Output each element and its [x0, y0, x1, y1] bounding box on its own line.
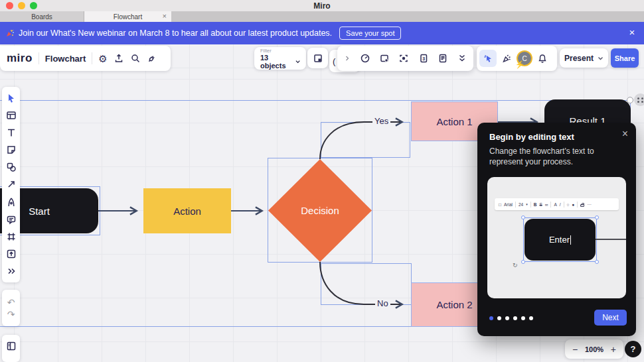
bold-icon: B: [534, 202, 537, 207]
more-tools-chevrons-icon[interactable]: [6, 266, 17, 276]
settings-gear-icon[interactable]: ⚙: [98, 54, 107, 64]
next-button[interactable]: Next: [594, 310, 627, 326]
tooltip-body: Change the flowchart's text to represent…: [489, 146, 619, 167]
zoom-level[interactable]: 100%: [585, 345, 604, 353]
redo-icon[interactable]: ↷: [7, 310, 15, 319]
facilitation-toolbar: 3: [337, 46, 473, 71]
selection-corner-handle[interactable]: [627, 97, 633, 103]
upload-tool[interactable]: [6, 249, 17, 259]
side-panel-icon: [6, 341, 17, 351]
text-color-icon: A: [554, 202, 556, 207]
tooltip-close-icon[interactable]: ×: [622, 128, 628, 140]
stepper-icon: ▾: [526, 202, 528, 206]
shapes-tool[interactable]: [6, 162, 17, 172]
select-cursor-tool[interactable]: [6, 93, 17, 103]
node-label: Action 2: [436, 299, 472, 310]
pagination-dot: [513, 316, 517, 320]
party-popper-icon: [5, 29, 15, 38]
pagination-dot: [529, 316, 533, 320]
search-icon[interactable]: [130, 53, 141, 64]
rotate-handle-icon: ↻: [513, 262, 518, 269]
filter-value: 13 objects: [260, 54, 293, 70]
present-label: Present: [564, 54, 594, 63]
promo-banner: Join our What's New webinar on March 8 t…: [0, 22, 644, 44]
border-color-icon: ○: [567, 202, 570, 207]
flowchart-node-action[interactable]: Action: [143, 188, 231, 233]
comment-tool[interactable]: [6, 214, 17, 225]
onboarding-tooltip: Begin by editing text × Change the flowc…: [477, 123, 636, 336]
save-your-spot-button[interactable]: Save your spot: [339, 27, 401, 40]
preview-node-label: Enter: [549, 235, 570, 245]
help-button[interactable]: ?: [625, 341, 641, 357]
node-label: Action 1: [436, 116, 472, 127]
selection-context-menu-button[interactable]: [634, 93, 644, 106]
collaborative-cursors-button[interactable]: [479, 50, 497, 67]
zoom-out-button[interactable]: −: [572, 344, 578, 355]
templates-tool[interactable]: [6, 110, 17, 121]
share-button[interactable]: Share: [611, 48, 639, 68]
font-size: 24: [519, 202, 523, 207]
chevron-down-icon[interactable]: [598, 56, 604, 60]
zoom-in-button[interactable]: +: [611, 344, 616, 355]
reactions-button[interactable]: [498, 50, 515, 67]
app-toolbar: miro Flowchart ⚙: [0, 46, 171, 71]
shape-icon: □: [499, 202, 501, 207]
tooltip-title: Begin by editing text: [489, 132, 574, 142]
link-icon: ∞: [545, 202, 548, 207]
object-filter[interactable]: Filter 13 objects: [254, 47, 306, 70]
banner-close-icon[interactable]: ×: [625, 27, 639, 38]
divider: [92, 52, 92, 64]
edge-label-yes[interactable]: Yes: [372, 116, 390, 126]
user-avatar[interactable]: C ⚡: [517, 50, 532, 66]
undo-redo-panel: ↶ ↷: [2, 290, 20, 326]
highlighter-icon: /: [560, 202, 561, 207]
frames-panel-toggle[interactable]: [2, 335, 20, 362]
tab-label: Flowchart: [114, 13, 142, 21]
svg-text:3: 3: [422, 56, 425, 61]
party-cone-icon: [501, 53, 512, 64]
tab-flowchart[interactable]: Flowchart ×: [84, 11, 171, 22]
edge-label-no[interactable]: No: [375, 298, 390, 308]
frame-tool[interactable]: [6, 231, 17, 242]
no-connector-selection-box: [321, 263, 412, 305]
spotlight-icon[interactable]: [398, 53, 409, 64]
miro-app-window: Start Action Decision Action 1 Action 2 …: [0, 0, 644, 362]
banner-message: Join our What's New webinar on March 8 t…: [19, 29, 332, 38]
cursor-tracking-icon: [483, 53, 493, 64]
lightning-badge-icon: ⚡: [515, 60, 524, 69]
timer-icon[interactable]: [360, 53, 370, 64]
pagination-dot: [521, 316, 525, 320]
tab-label: Boards: [31, 13, 52, 21]
node-label: Decision: [301, 205, 339, 216]
preview-node: Enter: [524, 219, 596, 261]
undo-icon[interactable]: ↶: [7, 298, 15, 307]
present-button[interactable]: Present: [560, 48, 608, 68]
tab-boards[interactable]: Boards: [0, 11, 84, 22]
notifications-button[interactable]: [534, 50, 551, 67]
pen-tool[interactable]: [6, 197, 17, 208]
lock-icon: [580, 204, 584, 207]
window-title: Miro: [0, 1, 644, 11]
collapse-double-chevron-icon[interactable]: [457, 53, 467, 64]
sticky-note-tool[interactable]: [6, 145, 17, 155]
frame-settings-button[interactable]: [307, 48, 328, 68]
connector-arrow-tool[interactable]: [6, 179, 17, 190]
tab-close-icon[interactable]: ×: [163, 12, 167, 20]
hidden-panel-partial-text: (: [333, 56, 335, 66]
private-notes-icon[interactable]: [438, 53, 448, 64]
pagination-dot: [505, 316, 509, 320]
export-icon[interactable]: [114, 53, 124, 64]
tooltip-preview-image: □ Arial 24 ▾ B S ∞ A / ○ ● ···: [487, 177, 626, 298]
bring-to-frame-icon[interactable]: [379, 53, 390, 64]
plugins-plug-icon[interactable]: [147, 53, 157, 64]
chevron-right-icon[interactable]: [343, 54, 351, 63]
pagination-dot: [497, 316, 501, 320]
miro-logo[interactable]: miro: [7, 52, 33, 65]
creation-toolbar: [2, 87, 20, 282]
text-tool[interactable]: [6, 127, 17, 138]
flowchart-node-decision[interactable]: Decision: [268, 159, 372, 262]
estimation-card-icon[interactable]: 3: [418, 53, 429, 64]
board-title[interactable]: Flowchart: [45, 54, 86, 64]
node-label: Start: [29, 206, 50, 217]
collaboration-toolbar: C ⚡: [477, 46, 557, 71]
